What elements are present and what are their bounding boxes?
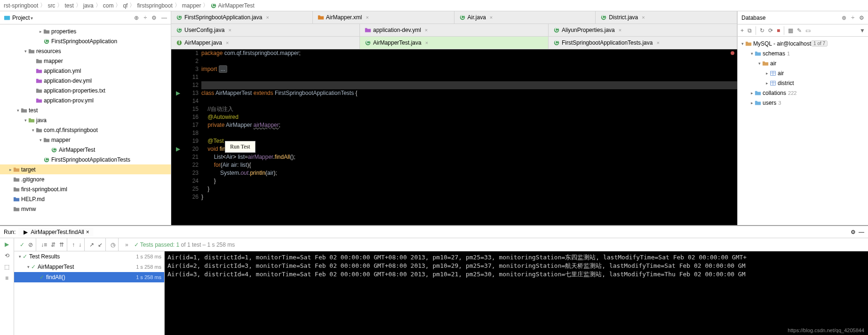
breadcrumb-item[interactable]: com bbox=[103, 2, 114, 9]
prev-icon[interactable]: ↑ bbox=[72, 242, 75, 248]
tree-item[interactable]: HELP.md bbox=[0, 194, 171, 204]
settings-icon[interactable]: ⚙ bbox=[151, 15, 157, 21]
db-refresh-icon[interactable]: ↻ bbox=[760, 27, 764, 34]
db-split-icon[interactable]: ÷ bbox=[851, 15, 854, 21]
db-copy-icon[interactable]: ⧉ bbox=[748, 27, 752, 34]
error-indicator[interactable] bbox=[731, 51, 734, 55]
stop-icon[interactable]: ⬚ bbox=[4, 264, 9, 270]
editor-tab[interactable]: CAir.java× bbox=[454, 11, 596, 23]
close-icon[interactable]: × bbox=[366, 15, 368, 20]
editor-tab[interactable]: AirMapper.xml× bbox=[313, 11, 454, 23]
test-result-item[interactable]: ✓ findAll()1 s 258 ms bbox=[14, 272, 164, 282]
tree-item[interactable]: ▾com.qf.firstspringboot bbox=[0, 125, 171, 135]
close-icon[interactable]: × bbox=[490, 15, 493, 20]
breadcrumb-item[interactable]: src bbox=[48, 2, 55, 9]
next-icon[interactable]: ↓ bbox=[79, 242, 81, 248]
test-result-item[interactable]: ▾✓ Test Results1 s 258 ms bbox=[14, 251, 164, 262]
db-datasource[interactable]: ▾MySQL - air@localhost 1 of 7 bbox=[738, 39, 868, 48]
run-tab[interactable]: ▶ AirMapperTest.findAll × bbox=[18, 228, 93, 236]
db-console-icon[interactable]: ▭ bbox=[805, 27, 811, 34]
tree-item[interactable]: application-prov.yml bbox=[0, 95, 171, 105]
expand-icon[interactable]: ⇵ bbox=[51, 242, 56, 248]
tree-item[interactable]: application-dev.yml bbox=[0, 76, 171, 86]
export-icon[interactable]: ↗ bbox=[89, 242, 94, 248]
db-locate-icon[interactable]: ⊕ bbox=[842, 15, 846, 21]
close-icon[interactable]: × bbox=[266, 15, 269, 20]
tree-item[interactable]: first-springboot.iml bbox=[0, 184, 171, 194]
close-icon[interactable]: × bbox=[642, 15, 645, 20]
db-filter-icon[interactable]: ▼ bbox=[860, 27, 865, 34]
tree-item[interactable]: ▾test bbox=[0, 105, 171, 115]
tree-item[interactable]: CFirstSpringbootApplication bbox=[0, 36, 171, 46]
layout-icon[interactable]: ≡ bbox=[5, 275, 8, 281]
close-icon[interactable]: × bbox=[228, 27, 231, 33]
tree-item[interactable]: mvnw bbox=[0, 204, 171, 214]
tree-item[interactable]: ▾resources bbox=[0, 46, 171, 56]
breadcrumb-item[interactable]: CAirMapperTest bbox=[210, 2, 254, 9]
run-settings-icon[interactable]: ⚙ bbox=[851, 229, 856, 235]
db-tree-item[interactable]: ▸district bbox=[738, 78, 868, 88]
tree-item[interactable]: application-properties.txt bbox=[0, 86, 171, 95]
close-icon[interactable]: × bbox=[86, 229, 89, 235]
close-icon[interactable]: × bbox=[425, 40, 428, 46]
collapse-icon[interactable]: ÷ bbox=[143, 15, 147, 21]
toggle-icon[interactable]: ⟲ bbox=[5, 252, 9, 259]
editor-tab[interactable]: CUserConfig.java× bbox=[171, 24, 360, 36]
project-tree[interactable]: ▸propertiesCFirstSpringbootApplication▾r… bbox=[0, 24, 171, 225]
fail-filter-icon[interactable]: ⊘ bbox=[28, 242, 33, 248]
console-output[interactable]: Air(id=1, districtId=1, monitorTime=Sat … bbox=[165, 251, 868, 335]
breadcrumb-item[interactable]: java bbox=[83, 2, 94, 9]
test-result-item[interactable]: ▾✓ AirMapperTest1 s 258 ms bbox=[14, 262, 164, 272]
db-tree-item[interactable]: ▸users3 bbox=[738, 98, 868, 108]
close-icon[interactable]: × bbox=[425, 27, 428, 33]
breadcrumb-item[interactable]: test bbox=[64, 2, 73, 9]
editor-tab[interactable]: CFirstSpringbootApplicationTests.java× bbox=[549, 37, 737, 49]
editor-tab[interactable]: application-dev.yml× bbox=[360, 24, 549, 36]
db-tree-item[interactable]: ▸collations222 bbox=[738, 88, 868, 98]
run-hide-icon[interactable]: — bbox=[859, 229, 864, 235]
tree-item[interactable]: mapper bbox=[0, 56, 171, 66]
tree-item[interactable]: ▸properties bbox=[0, 26, 171, 36]
project-panel: Project ⊕ ÷ ⚙ — ▸propertiesCFirstSpringb… bbox=[0, 11, 171, 225]
hide-icon[interactable]: — bbox=[161, 15, 167, 21]
db-tree-item[interactable]: ▸air bbox=[738, 68, 868, 78]
editor-tab[interactable]: CDistrict.java× bbox=[596, 11, 737, 23]
code-editor[interactable]: ▶▶ 12311121314151617181920212223242526 p… bbox=[171, 49, 737, 225]
db-settings-icon[interactable]: ⚙ bbox=[859, 15, 864, 21]
editor-tab[interactable]: CAirMapperTest.java× bbox=[360, 37, 549, 49]
locate-icon[interactable]: ⊕ bbox=[134, 15, 139, 21]
close-icon[interactable]: × bbox=[226, 40, 229, 46]
clock-icon[interactable]: ◷ bbox=[111, 242, 115, 248]
import-icon[interactable]: ↙ bbox=[98, 242, 103, 248]
test-results-tree[interactable]: ▾✓ Test Results1 s 258 ms▾✓ AirMapperTes… bbox=[14, 251, 165, 335]
close-icon[interactable]: × bbox=[656, 40, 659, 46]
pass-filter-icon[interactable]: ✓ bbox=[20, 242, 24, 248]
db-stop-icon[interactable]: ■ bbox=[777, 27, 780, 34]
db-table-icon[interactable]: ▦ bbox=[788, 27, 793, 34]
editor-tab[interactable]: CFirstSpringbootApplication.java× bbox=[171, 11, 313, 23]
close-icon[interactable]: × bbox=[619, 27, 621, 33]
tree-item[interactable]: ▾java bbox=[0, 115, 171, 125]
db-tree-item[interactable]: ▾schemas1 bbox=[738, 48, 868, 58]
database-tree[interactable]: ▾MySQL - air@localhost 1 of 7▾schemas1▾a… bbox=[738, 37, 868, 225]
breadcrumb-item[interactable]: qf bbox=[123, 2, 127, 9]
tree-item[interactable]: .gitignore bbox=[0, 174, 171, 184]
collapse-all-icon[interactable]: ⇈ bbox=[59, 242, 64, 248]
sort-icon[interactable]: ↓≡ bbox=[41, 242, 47, 248]
rerun-icon[interactable]: ▶ bbox=[5, 241, 9, 248]
tree-item[interactable]: application.yml bbox=[0, 66, 171, 76]
breadcrumb-item[interactable]: mapper bbox=[182, 2, 201, 9]
db-tree-item[interactable]: ▾air bbox=[738, 58, 868, 68]
editor-tab[interactable]: CAliyunProperties.java× bbox=[549, 24, 737, 36]
db-edit-icon[interactable]: ✎ bbox=[797, 27, 802, 34]
editor-tab[interactable]: IAirMapper.java× bbox=[171, 37, 360, 49]
db-sync-icon[interactable]: ⟳ bbox=[768, 27, 773, 34]
breadcrumb-item[interactable]: firstspringboot bbox=[137, 2, 172, 9]
tree-item[interactable]: CAirMapperTest bbox=[0, 145, 171, 155]
project-title[interactable]: Project bbox=[4, 15, 131, 21]
tree-item[interactable]: ▸target bbox=[0, 164, 171, 174]
tree-item[interactable]: CFirstSpringbootApplicationTests bbox=[0, 155, 171, 164]
breadcrumb-item[interactable]: rst-springboot bbox=[4, 2, 38, 9]
tree-item[interactable]: ▾mapper bbox=[0, 135, 171, 145]
db-add-icon[interactable]: + bbox=[741, 27, 744, 34]
